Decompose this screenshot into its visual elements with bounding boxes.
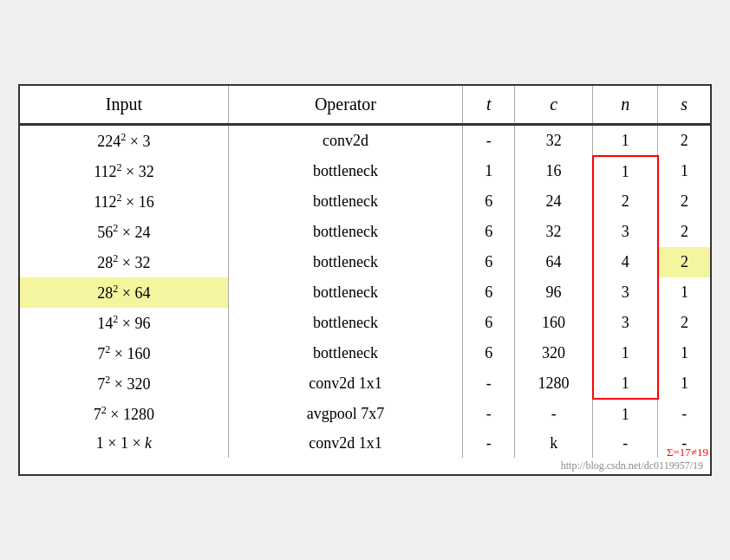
cell-operator: bottleneck [228,217,462,247]
cell-input: 562 × 24 [20,217,228,247]
cell-operator: conv2d 1x1 [228,368,462,399]
cell-n: - [593,429,658,458]
cell-n: 3 [593,277,658,308]
cell-s: -Σ=17≠19 [658,429,710,458]
cell-input: 1 × 1 × k [20,429,228,458]
cell-operator: conv2d [228,125,462,157]
col-header-input: Input [20,86,228,125]
table-row: 2242 × 3conv2d-3212 [20,125,710,157]
table-row: 72 × 1280avgpool 7x7--1- [20,399,710,429]
table-row: 282 × 64bottleneck69631 [20,277,710,308]
cell-s: 2 [658,125,710,157]
cell-c: 24 [515,186,593,217]
cell-t: 1 [463,156,515,186]
cell-t: 6 [463,277,515,308]
cell-operator: bottleneck [228,308,462,338]
cell-n: 4 [593,247,658,277]
cell-t: - [463,429,515,458]
cell-operator: avgpool 7x7 [228,399,462,429]
cell-s: 2 [658,308,710,338]
cell-input: 72 × 1280 [20,399,228,429]
cell-c: 1280 [515,368,593,399]
cell-input: 1122 × 16 [20,186,228,217]
cell-t: - [463,125,515,157]
cell-s: 1 [658,368,710,399]
cell-n: 1 [593,399,658,429]
cell-input: 2242 × 3 [20,125,228,157]
cell-t: - [463,368,515,399]
cell-input: 282 × 64 [20,277,228,308]
cell-input: 282 × 32 [20,247,228,277]
cell-n: 1 [593,125,658,157]
cell-s: 2 [658,217,710,247]
cell-c: 32 [515,125,593,157]
cell-t: 6 [463,217,515,247]
cell-input: 142 × 96 [20,308,228,338]
table-row: 72 × 160bottleneck632011 [20,338,710,368]
cell-c: 64 [515,247,593,277]
cell-c: 16 [515,156,593,186]
cell-t: 6 [463,338,515,368]
cell-n: 1 [593,338,658,368]
cell-n: 1 [593,156,658,186]
cell-n: 3 [593,217,658,247]
cell-t: 6 [463,247,515,277]
cell-operator: bottleneck [228,186,462,217]
cell-s: 1 [658,338,710,368]
col-header-n: n [593,86,658,125]
cell-t: 6 [463,186,515,217]
table-container: Input Operator t c n s 2242 × 3conv2d-32… [18,84,712,476]
cell-c: 320 [515,338,593,368]
cell-c: k [515,429,593,458]
cell-c: 160 [515,308,593,338]
table-row: 1122 × 16bottleneck62422 [20,186,710,217]
cell-c: 96 [515,277,593,308]
cell-operator: conv2d 1x1 [228,429,462,458]
col-header-t: t [463,86,515,125]
cell-s: 1 [658,156,710,186]
annotation-text: Σ=17≠19 [667,446,708,459]
cell-input: 72 × 160 [20,338,228,368]
cell-s: 1 [658,277,710,308]
watermark: http://blog.csdn.net/dc0119957/19 [20,458,710,474]
table-row: 142 × 96bottleneck616032 [20,308,710,338]
cell-input: 1122 × 32 [20,156,228,186]
cell-operator: bottleneck [228,156,462,186]
cell-c: 32 [515,217,593,247]
col-header-c: c [515,86,593,125]
table-row: 282 × 32bottleneck66442 [20,247,710,277]
table-row: 72 × 320conv2d 1x1-128011 [20,368,710,399]
cell-operator: bottleneck [228,338,462,368]
cell-t: 6 [463,308,515,338]
cell-operator: bottleneck [228,277,462,308]
architecture-table: Input Operator t c n s 2242 × 3conv2d-32… [20,86,710,458]
cell-n: 2 [593,186,658,217]
col-header-s: s [658,86,710,125]
cell-s: - [658,399,710,429]
header-row: Input Operator t c n s [20,86,710,125]
cell-c: - [515,399,593,429]
cell-s: 2 [658,186,710,217]
table-row: 562 × 24bottleneck63232 [20,217,710,247]
table-row: 1 × 1 × kconv2d 1x1-k--Σ=17≠19 [20,429,710,458]
cell-input: 72 × 320 [20,368,228,399]
cell-s: 2 [658,247,710,277]
cell-operator: bottleneck [228,247,462,277]
cell-n: 3 [593,308,658,338]
col-header-operator: Operator [228,86,462,125]
cell-n: 1 [593,368,658,399]
table-row: 1122 × 32bottleneck11611 [20,156,710,186]
cell-t: - [463,399,515,429]
